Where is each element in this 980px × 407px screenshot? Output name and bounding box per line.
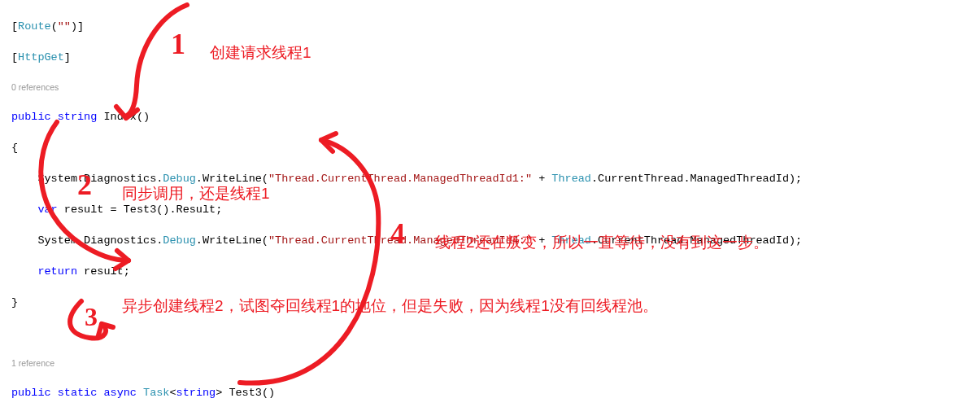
code-line: return result; xyxy=(11,264,980,279)
code-line: public static async Task<string> Test3() xyxy=(11,385,980,400)
code-line: var result = Test3().Result; xyxy=(11,202,980,217)
code-line: public string Index() xyxy=(11,109,980,125)
codelens-references[interactable]: 0 references xyxy=(11,81,980,93)
code-line: [Route("")] xyxy=(11,19,980,34)
code-line xyxy=(11,326,980,341)
codelens-references[interactable]: 1 reference xyxy=(11,357,980,369)
code-line: [HttpGet] xyxy=(11,50,980,65)
code-line: } xyxy=(11,295,980,310)
code-editor: [Route("")] [HttpGet] 0 references publi… xyxy=(0,0,980,407)
code-line: { xyxy=(11,140,980,155)
code-line: System.Diagnostics.Debug.WriteLine("Thre… xyxy=(11,171,980,186)
code-line: System.Diagnostics.Debug.WriteLine("Thre… xyxy=(11,233,980,248)
